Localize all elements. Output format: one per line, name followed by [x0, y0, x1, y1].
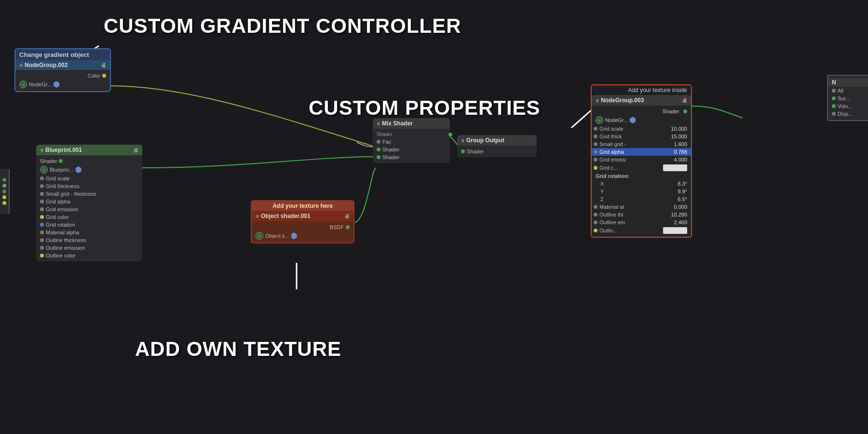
chevron-icon: ∨	[377, 121, 380, 126]
shader-socket	[59, 159, 63, 163]
fac-socket	[377, 140, 380, 144]
prop-socket	[594, 213, 597, 217]
prop-socket	[594, 135, 597, 138]
ng3-outline-color: Outlin...	[592, 226, 691, 235]
mix-shader-node: ∨ Mix Shader Shader Fac Shader Shader	[373, 118, 450, 163]
ng3-grid-color: Grid c...	[592, 163, 691, 172]
right-all-row: All	[828, 87, 868, 95]
prop-socket	[40, 184, 44, 188]
grid-alpha-row: Grid alpha	[36, 198, 142, 205]
right-disp-row: Disp...	[828, 110, 868, 118]
shader2-socket	[377, 155, 380, 159]
right-panel-header: N	[828, 78, 868, 87]
prop-socket	[40, 246, 44, 250]
blueprint-shader-row: Shader	[36, 157, 142, 165]
left-socket-1	[2, 178, 6, 182]
gradient-subheader: NodeGr...	[29, 81, 52, 87]
shield-icon	[630, 117, 636, 123]
group-output-header: ∨ Group Output	[457, 135, 537, 146]
left-partial-node	[0, 169, 10, 214]
mix-shader-header: ∨ Mix Shader	[373, 118, 450, 129]
left-socket-2	[2, 184, 6, 188]
prop-socket	[594, 205, 597, 209]
chevron-icon: ∨	[256, 214, 259, 219]
socket	[832, 104, 836, 108]
grid-thickness-row: Grid thickness	[36, 182, 142, 190]
object-shader-header-label: Object shader.001	[261, 213, 311, 219]
ng3-small-grid: Small grid - 1.600	[592, 140, 691, 148]
gradient-node-title: Change gradient object	[15, 49, 110, 60]
left-socket-5	[2, 201, 6, 205]
gradient-node: Change gradient object ∨ NodeGroup.002 🖨…	[14, 48, 111, 92]
prop-socket	[40, 238, 44, 242]
nodegroup003-subheader: ⊕ NodeGr...	[592, 115, 691, 125]
printer-icon: 🖨	[101, 62, 106, 68]
prop-socket	[40, 200, 44, 203]
gradient-bottom-row: ⊕ NodeGr...	[15, 80, 110, 89]
left-socket-3	[2, 190, 6, 193]
printer-icon: 🖨	[682, 97, 687, 103]
world-icon: ⊕	[19, 81, 27, 88]
shield-icon	[76, 166, 81, 173]
outline-color-row: Outline color	[36, 252, 142, 259]
ng3-grid-thick: Grid thick 15.000	[592, 133, 691, 140]
grid-color-row: Grid color	[36, 213, 142, 221]
gradient-node-header-label: NodeGroup.002	[25, 62, 68, 68]
socket	[832, 89, 836, 93]
shader1-socket	[377, 148, 380, 151]
color-socket	[102, 74, 106, 78]
gradient-color-row: Color	[15, 72, 110, 80]
custom-gradient-annotation: CUSTOM GRADIENT CONTROLLER	[104, 14, 461, 38]
group-shader-row: Shader	[457, 148, 537, 155]
svg-line-1	[571, 108, 593, 128]
prop-socket	[40, 176, 44, 180]
prop-socket	[40, 192, 44, 196]
nodegroup003-label: Add your texture inside	[592, 85, 691, 95]
gradient-node-header: ∨ NodeGroup.002 🖨	[15, 60, 110, 70]
bsdf-row: BSDF	[252, 223, 353, 231]
prop-socket	[594, 220, 597, 224]
color-swatch	[663, 227, 687, 234]
outline-emission-row: Outline emission	[36, 244, 142, 252]
blueprint-node: ∨ Blueprint.001 🖨 Shader ⊕ Blueprin... G…	[36, 145, 142, 261]
add-own-texture-annotation: ADD OWN TEXTURE	[135, 338, 341, 361]
group-output-node: ∨ Group Output Shader	[457, 135, 537, 157]
small-grid-row: Small grid - thickness	[36, 190, 142, 198]
chevron-icon: ∨	[40, 148, 43, 153]
blueprint-node-body: Shader ⊕ Blueprin... Grid scale Grid thi…	[36, 155, 142, 261]
prop-socket	[40, 231, 44, 234]
world-icon: ⊕	[596, 116, 603, 124]
left-socket-4	[2, 195, 6, 199]
shader1-row: Shader	[373, 146, 450, 153]
shield-icon	[291, 232, 297, 239]
grid-scale-row: Grid scale	[36, 175, 142, 182]
prop-socket-yellow	[594, 166, 597, 170]
socket	[832, 96, 836, 100]
nodegroup003: Add your texture inside ∨ NodeGroup.003 …	[591, 84, 692, 238]
mix-shader-body: Shader Fac Shader Shader	[373, 129, 450, 163]
gradient-node-body: Color ⊕ NodeGr...	[15, 70, 110, 91]
group-output-header-label: Group Output	[466, 137, 504, 144]
printer-icon: 🖨	[133, 147, 138, 153]
prop-socket-yellow	[40, 254, 44, 258]
right-volu-row: Volu...	[828, 102, 868, 110]
object-shader-body: BSDF ⊕ Object s...	[252, 221, 353, 243]
nodegroup003-body: Shader ⊕ NodeGr... Grid scale 10.000 Gri…	[592, 106, 691, 237]
nodegroup003-header: ∨ NodeGroup.003 🖨	[592, 95, 691, 106]
printer-icon: 🖨	[344, 213, 350, 219]
ng3-grid-rotation-label: Grid rotation:	[592, 172, 691, 180]
object-shader-header: ∨ Object shader.001 🖨	[252, 211, 353, 221]
right-output-panel: N All Sur... Volu... Disp...	[827, 75, 868, 121]
grid-emission-row: Grid emission	[36, 205, 142, 213]
group-output-body: Shader	[457, 146, 537, 157]
shield-icon	[54, 81, 59, 88]
prop-socket-yellow	[594, 229, 597, 232]
prop-socket	[594, 150, 597, 154]
world-icon: ⊕	[40, 166, 48, 174]
ng3-grid-emiss: Grid emissi 4.000	[592, 156, 691, 163]
prop-socket	[40, 207, 44, 211]
material-alpha-row: Material alpha	[36, 229, 142, 236]
blueprint-subheader-row: ⊕ Blueprin...	[36, 165, 142, 175]
custom-properties-annotation: CUSTOM PROPERTIES	[309, 96, 541, 120]
ng3-outline-thi: Outline thi 10.280	[592, 211, 691, 218]
